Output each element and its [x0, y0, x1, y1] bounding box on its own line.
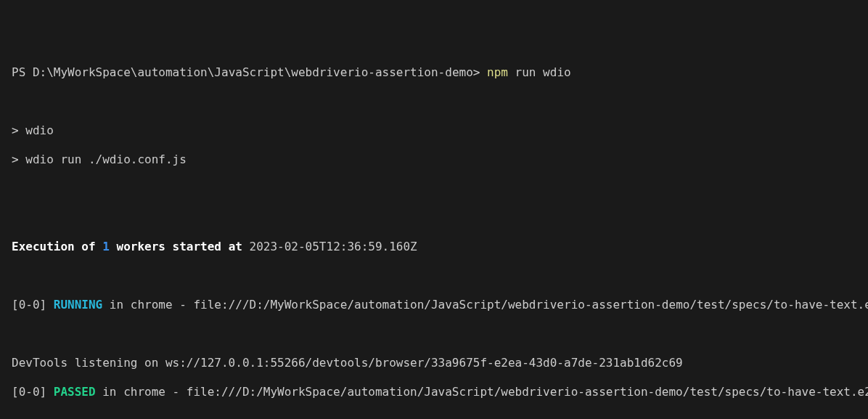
running-detail: in chrome - file:///D:/MyWorkSpace/autom… [102, 298, 868, 312]
worker-id: [0-0] [12, 298, 54, 312]
exec-label-1: Execution of [12, 240, 102, 253]
passed-line: [0-0] PASSED in chrome - file:///D:/MyWo… [12, 385, 856, 399]
blank-line [12, 94, 856, 109]
passed-detail: in chrome - file:///D:/MyWorkSpace/autom… [96, 385, 868, 399]
npm-script-line-2: > wdio run ./wdio.conf.js [12, 152, 856, 167]
blank-line [12, 211, 856, 225]
execution-header: Execution of 1 workers started at 2023-0… [12, 240, 856, 254]
blank-line [12, 269, 856, 283]
status-running: RUNNING [54, 298, 102, 312]
devtools-line: DevTools listening on ws://127.0.0.1:552… [12, 356, 856, 370]
exec-timestamp: 2023-02-05T12:36:59.160Z [242, 240, 417, 253]
blank-line [12, 327, 856, 341]
npm-script-line-1: > wdio [12, 123, 856, 138]
exec-label-2: workers started at [110, 240, 242, 253]
cmd-args: run wdio [515, 65, 571, 79]
blank-line [12, 414, 856, 419]
cmd-npm: npm [487, 65, 515, 79]
blank-line [12, 182, 856, 196]
worker-id: [0-0] [12, 385, 54, 399]
status-passed: PASSED [54, 385, 96, 399]
ps-prefix: PS [12, 65, 33, 79]
running-line: [0-0] RUNNING in chrome - file:///D:/MyW… [12, 298, 856, 312]
prompt-line-1[interactable]: PS D:\MyWorkSpace\automation\JavaScript\… [12, 65, 856, 80]
cwd-path: D:\MyWorkSpace\automation\JavaScript\web… [33, 65, 487, 79]
exec-worker-count: 1 [102, 240, 110, 253]
